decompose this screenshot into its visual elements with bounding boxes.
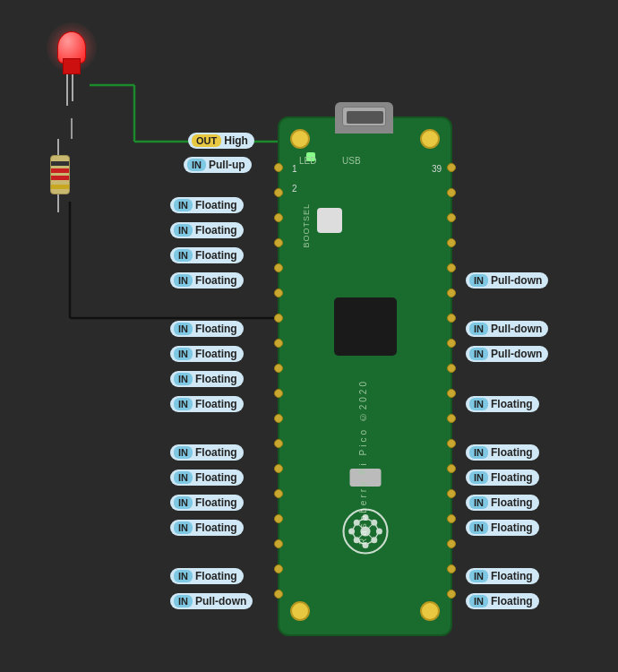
bootsel-button[interactable] <box>317 208 342 233</box>
led-component <box>54 31 90 103</box>
left-pin-text-3: Floating <box>195 224 237 237</box>
right-pin-badge-4: IN <box>469 446 488 459</box>
left-pin-label-1: INPull-up <box>184 157 252 173</box>
left-pin-label-3: INFloating <box>170 222 244 238</box>
right-pin-badge-2: IN <box>469 348 488 360</box>
right-pin-badge-0: IN <box>469 274 488 287</box>
usb-connector <box>335 102 393 134</box>
left-pin-label-13: INFloating <box>170 520 244 536</box>
right-pin-label-0: INPull-down <box>466 272 548 289</box>
left-pin-text-12: Floating <box>195 496 237 509</box>
pico-board: LED USB 1 2 39 BOOTSEL Raspberry Pi Pico… <box>278 116 452 636</box>
left-pin-badge-9: IN <box>174 398 193 410</box>
left-pin-badge-14: IN <box>174 570 193 582</box>
left-pin-label-12: INFloating <box>170 495 244 511</box>
left-pin-badge-13: IN <box>174 521 193 534</box>
right-pin-label-1: INPull-down <box>466 321 548 337</box>
led-label: LED <box>299 156 316 166</box>
svg-point-11 <box>362 514 368 521</box>
left-pin-label-2: INFloating <box>170 197 244 213</box>
left-pin-text-11: Floating <box>195 471 237 484</box>
usb-label: USB <box>342 156 361 166</box>
left-pin-badge-5: IN <box>174 274 193 287</box>
left-pin-badge-12: IN <box>174 496 193 509</box>
left-pin-label-4: INFloating <box>170 247 244 263</box>
left-pin-badge-11: IN <box>174 471 193 484</box>
right-pin-badge-1: IN <box>469 323 488 335</box>
left-pin-badge-7: IN <box>174 348 193 360</box>
pin2-label: 2 <box>292 184 297 194</box>
right-pin-text-4: Floating <box>491 446 533 459</box>
left-pin-text-0: High <box>224 134 248 147</box>
left-pin-badge-1: IN <box>187 159 206 171</box>
left-pin-text-4: Floating <box>195 249 237 262</box>
right-pin-label-8: INFloating <box>466 568 539 584</box>
mounting-hole-top-right <box>420 129 440 149</box>
right-pin-text-1: Pull-down <box>491 323 542 335</box>
right-pin-badge-5: IN <box>469 471 488 484</box>
right-pin-text-5: Floating <box>491 471 533 484</box>
right-pin-text-6: Floating <box>491 496 533 509</box>
right-pin-text-8: Floating <box>491 570 533 582</box>
left-pin-badge-3: IN <box>174 224 193 237</box>
pin1-label: 1 <box>292 164 297 174</box>
left-pin-text-6: Floating <box>195 323 237 335</box>
right-pin-badge-8: IN <box>469 570 488 582</box>
left-pin-label-14: INFloating <box>170 568 244 584</box>
left-pin-label-8: INFloating <box>170 371 244 387</box>
raspberry-pi-logo <box>334 500 397 563</box>
rp2040-chip <box>334 297 397 356</box>
right-pin-badge-3: IN <box>469 398 488 410</box>
left-pin-badge-0: OUT <box>192 134 221 147</box>
left-pin-badge-2: IN <box>174 199 193 211</box>
right-pin-badge-6: IN <box>469 496 488 509</box>
left-pin-text-5: Floating <box>195 274 237 287</box>
left-pin-badge-6: IN <box>174 323 193 335</box>
right-pin-text-0: Pull-down <box>491 274 542 287</box>
left-pin-label-7: INFloating <box>170 346 244 362</box>
left-pin-label-10: INFloating <box>170 444 244 461</box>
left-pin-text-15: Pull-down <box>195 595 246 607</box>
left-pin-badge-8: IN <box>174 373 193 385</box>
right-pin-text-9: Floating <box>491 595 533 607</box>
left-pin-label-0: OUTHigh <box>188 133 254 149</box>
right-pin-label-3: INFloating <box>466 396 539 412</box>
left-pin-label-6: INFloating <box>170 321 244 337</box>
left-pin-text-7: Floating <box>195 348 237 360</box>
left-pin-text-10: Floating <box>195 446 237 459</box>
right-pin-badge-9: IN <box>469 595 488 607</box>
left-pin-text-1: Pull-up <box>209 159 245 171</box>
left-pin-text-9: Floating <box>195 398 237 410</box>
left-pin-text-2: Floating <box>195 199 237 211</box>
left-pin-label-11: INFloating <box>170 470 244 486</box>
mounting-hole-bottom-right <box>420 601 440 621</box>
left-pin-text-8: Floating <box>195 373 237 385</box>
left-pin-badge-15: IN <box>174 595 193 607</box>
left-pin-label-5: INFloating <box>170 272 244 289</box>
right-pin-label-6: INFloating <box>466 495 539 511</box>
right-pin-label-9: INFloating <box>466 593 539 609</box>
left-pin-label-9: INFloating <box>170 396 244 412</box>
right-pin-label-2: INPull-down <box>466 346 548 362</box>
left-pin-text-13: Floating <box>195 521 237 534</box>
right-pin-label-7: INFloating <box>466 520 539 536</box>
left-pin-text-14: Floating <box>195 570 237 582</box>
right-pin-label-5: INFloating <box>466 470 539 486</box>
right-pin-label-4: INFloating <box>466 444 539 461</box>
svg-point-12 <box>362 542 368 548</box>
mounting-hole-bottom-left <box>290 601 310 621</box>
left-pin-badge-4: IN <box>174 249 193 262</box>
pin39-label: 39 <box>432 164 442 174</box>
right-pin-text-2: Pull-down <box>491 348 542 360</box>
right-pin-text-3: Floating <box>491 398 533 410</box>
bootsel-label: BOOTSEL <box>302 203 311 248</box>
right-pin-text-7: Floating <box>491 521 533 534</box>
right-pin-badge-7: IN <box>469 521 488 534</box>
left-pin-label-15: INPull-down <box>170 593 253 609</box>
left-pin-badge-10: IN <box>174 446 193 459</box>
main-canvas: LED USB 1 2 39 BOOTSEL Raspberry Pi Pico… <box>0 0 618 672</box>
resistor-component <box>47 139 73 211</box>
mounting-hole-top-left <box>290 129 310 149</box>
